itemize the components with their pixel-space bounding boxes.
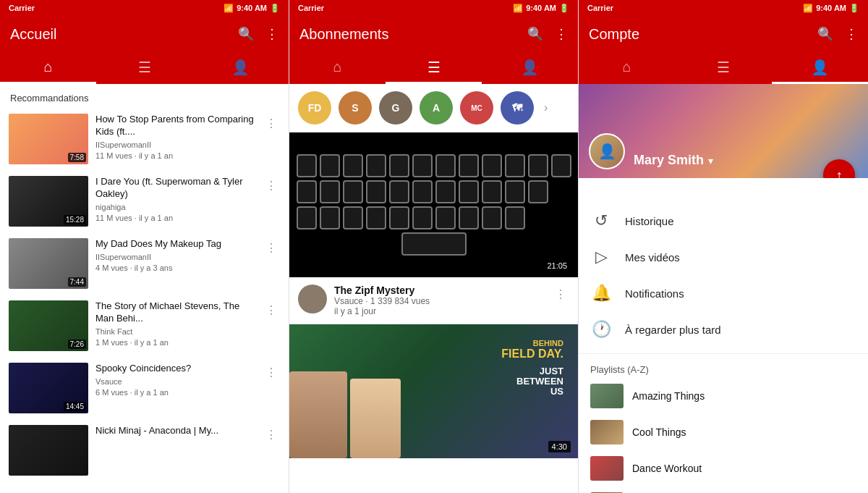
channel-avatar[interactable]: 🗺	[501, 91, 534, 125]
right-carrier: Carrier	[587, 4, 613, 12]
menu-item-my-videos[interactable]: ▷ Mes vidéos	[579, 239, 868, 275]
middle-panel: Carrier 📶 9:40 AM 🔋 Abonnements 🔍 ⋮ ⌂ ☰ …	[289, 0, 579, 493]
table-row[interactable]: 7:44 My Dad Does My Makeup Tag IISuperwo…	[0, 232, 289, 295]
channel-avatar[interactable]: MC	[460, 91, 493, 125]
video-channel: IISuperwomanII	[95, 140, 255, 151]
video-title: How To Stop Parents from Comparing Kids …	[95, 114, 255, 138]
second-video[interactable]: BEHIND FIELD DAY. JUST BETWEEN US 4:30	[289, 324, 578, 458]
featured-video[interactable]: 21:05	[289, 132, 578, 277]
left-content: Recommandations 7:58 How To Stop Parents…	[0, 84, 289, 493]
video-thumbnail: 14:45	[9, 363, 88, 413]
left-header-icons: 🔍 ⋮	[238, 26, 278, 42]
video-info: My Dad Does My Makeup Tag IISuperwomanII…	[95, 238, 255, 274]
mid-wifi-icon: 📶	[513, 4, 523, 13]
video-thumbnail: 7:44	[9, 238, 88, 289]
mid-header-icons: 🔍 ⋮	[527, 26, 568, 42]
left-status-bar: Carrier 📶 9:40 AM 🔋	[0, 0, 289, 16]
mid-title: Abonnements	[299, 26, 388, 43]
video-duration: 7:44	[68, 277, 86, 287]
featured-more-icon[interactable]: ⋮	[552, 285, 569, 304]
menu-item-watch-later[interactable]: 🕐 À regarder plus tard	[579, 311, 868, 347]
mid-tab-home[interactable]: ⌂	[289, 52, 386, 84]
menu-item-notifications[interactable]: 🔔 Notifications	[579, 275, 868, 311]
video-title: The Story of Michael Stevens, The Man Be…	[95, 300, 255, 325]
video-stats: 1 M vues · il y a 1 an	[95, 337, 255, 348]
mid-more-icon[interactable]: ⋮	[555, 26, 568, 42]
notifications-label: Notifications	[625, 287, 684, 300]
list-item[interactable]: Delicious	[579, 486, 868, 493]
mid-carrier: Carrier	[298, 4, 324, 12]
channel-avatar[interactable]: G	[379, 91, 412, 125]
left-nav-tabs: ⌂ ☰ 👤	[0, 52, 289, 84]
right-time: 9:40 AM	[816, 4, 846, 12]
video-more-icon[interactable]: ⋮	[263, 176, 280, 195]
right-tab-home[interactable]: ⌂	[579, 52, 675, 84]
mid-search-icon[interactable]: 🔍	[527, 26, 543, 42]
my-videos-label: Mes vidéos	[625, 251, 680, 264]
video-duration: 15:28	[64, 215, 86, 224]
table-row[interactable]: Nicki Minaj - Anaconda | My... ⋮	[0, 419, 289, 481]
profile-banner: 👤 Mary Smith ▾ ↑	[579, 84, 868, 178]
right-panel: Carrier 📶 9:40 AM 🔋 Compte 🔍 ⋮ ⌂ ☰ 👤 👤 M…	[579, 0, 868, 493]
right-status-bar: Carrier 📶 9:40 AM 🔋	[579, 0, 868, 16]
video-title: Nicki Minaj - Anaconda | My...	[95, 425, 255, 437]
video-thumbnail: 7:26	[9, 300, 88, 351]
featured-details: The Zipf Mystery Vsauce · 1 339 834 vues…	[334, 285, 545, 316]
table-row[interactable]: 14:45 Spooky Coincidences? Vsauce 6 M vu…	[0, 357, 289, 419]
left-tab-account[interactable]: 👤	[192, 52, 289, 84]
profile-chevron-icon[interactable]: ▾	[708, 155, 713, 167]
video-thumbnail: 15:28	[9, 176, 88, 227]
channel-avatar[interactable]: FD	[298, 91, 331, 125]
upload-button[interactable]: ↑	[823, 159, 855, 178]
video-channel: nigahiga	[95, 202, 255, 213]
notifications-icon: 🔔	[592, 284, 610, 303]
menu-item-history[interactable]: ↺ Historique	[579, 203, 868, 239]
list-item[interactable]: Amazing Things	[579, 378, 868, 414]
history-label: Historique	[625, 215, 674, 227]
video-stats: 11 M vues · il y a 1 an	[95, 213, 255, 224]
right-nav-tabs: ⌂ ☰ 👤	[579, 52, 868, 84]
history-icon: ↺	[592, 211, 610, 230]
left-more-icon[interactable]: ⋮	[265, 26, 278, 42]
video-info: How To Stop Parents from Comparing Kids …	[95, 114, 255, 162]
video-more-icon[interactable]: ⋮	[263, 114, 280, 133]
left-battery-icon: 🔋	[270, 4, 280, 13]
right-battery-icon: 🔋	[849, 4, 859, 13]
right-search-icon[interactable]: 🔍	[817, 26, 833, 42]
featured-meta: Vsauce · 1 339 834 vues	[334, 296, 545, 306]
table-row[interactable]: 15:28 I Dare You (ft. Superwoman & Tyler…	[0, 170, 289, 232]
list-item[interactable]: Dance Workout	[579, 450, 868, 486]
playlist-thumbnail	[590, 420, 624, 444]
video-duration: 7:26	[68, 340, 86, 349]
video-more-icon[interactable]: ⋮	[263, 363, 280, 382]
mid-nav-tabs: ⌂ ☰ 👤	[289, 52, 578, 84]
channel-avatar[interactable]: A	[420, 91, 453, 125]
mid-tab-account[interactable]: 👤	[482, 52, 578, 84]
left-search-icon[interactable]: 🔍	[238, 26, 254, 42]
video-stats: 11 M vues · il y a 1 an	[95, 151, 255, 161]
right-scroll-content: ↺ Historique ▷ Mes vidéos 🔔 Notification…	[579, 197, 868, 493]
featured-duration: 21:05	[543, 260, 571, 271]
table-row[interactable]: 7:26 The Story of Michael Stevens, The M…	[0, 295, 289, 357]
video-more-icon[interactable]: ⋮	[263, 300, 280, 320]
video-stats: 6 M vues · il y a 1 an	[95, 387, 255, 398]
left-title: Accueil	[10, 26, 56, 43]
left-tab-home[interactable]: ⌂	[0, 52, 96, 84]
featured-video-info: The Zipf Mystery Vsauce · 1 339 834 vues…	[289, 277, 578, 324]
video-stats: 4 M vues · il y a 3 ans	[95, 263, 255, 274]
list-item[interactable]: Cool Things	[579, 414, 868, 450]
left-tab-subscriptions[interactable]: ☰	[96, 52, 192, 84]
video-title: My Dad Does My Makeup Tag	[95, 238, 255, 250]
channel-avatar[interactable]: S	[339, 91, 372, 125]
mid-tab-subscriptions[interactable]: ☰	[386, 52, 482, 84]
right-header-icons: 🔍 ⋮	[817, 26, 858, 42]
video-more-icon[interactable]: ⋮	[263, 238, 280, 258]
playlist-thumbnail	[590, 384, 624, 408]
table-row[interactable]: 7:58 How To Stop Parents from Comparing …	[0, 108, 289, 170]
channel-scroll-arrow[interactable]: ›	[544, 101, 548, 114]
right-more-icon[interactable]: ⋮	[845, 26, 858, 42]
right-tab-subscriptions[interactable]: ☰	[675, 52, 771, 84]
right-tab-account[interactable]: 👤	[772, 52, 868, 84]
watch-later-label: À regarder plus tard	[625, 324, 721, 336]
video-more-icon[interactable]: ⋮	[263, 425, 280, 444]
